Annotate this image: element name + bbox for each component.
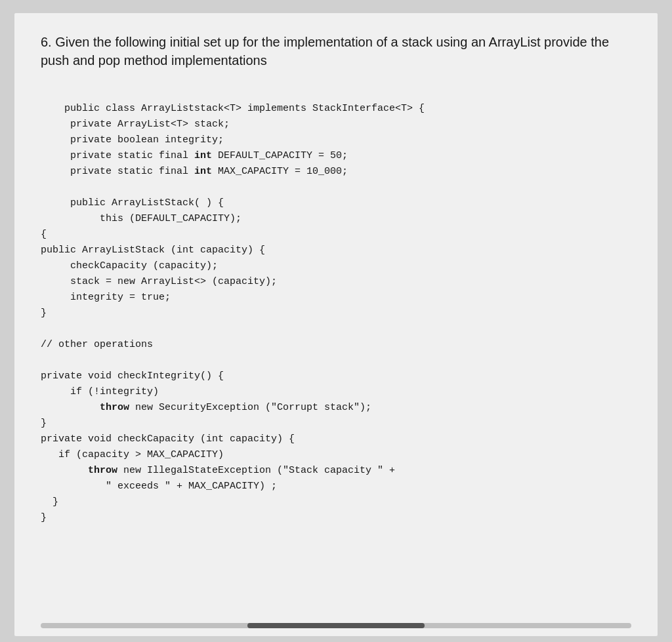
code-line-26: } [41,496,58,508]
code-line-8: this (DEFAULT_CAPACITY); [41,213,242,224]
code-line-7: public ArrayListStack( ) { [41,197,224,209]
code-line-3: private boolean integrity; [41,134,224,146]
code-line-9: { [41,229,47,240]
code-line-22: private void checkCapacity (int capacity… [41,433,295,445]
code-line-21: } [41,418,47,429]
scrollbar-thumb[interactable] [247,623,425,628]
code-line-2: private ArrayList<T> stack; [41,119,230,130]
question-title: 6. Given the following initial set up fo… [41,33,631,70]
code-line-5: private static final int MAX_CAPACITY = … [41,166,348,177]
code-line-20: throw new SecurityException ("Corrupt st… [41,402,371,413]
code-line-23: if (capacity > MAX_CAPACITY) [41,449,224,460]
code-line-19: if (!integrity) [41,386,159,397]
code-line-25: " exceeds " + MAX_CAPACITY) ; [41,481,277,492]
code-line-4: private static final int DEFAULT_CAPACIT… [41,150,348,161]
code-line-14: } [41,308,47,319]
code-line-13: integrity = true; [41,292,171,303]
code-line-11: checkCapacity (capacity); [41,260,218,271]
code-block: public class ArrayListstack<T> implement… [41,85,631,542]
code-line-12: stack = new ArrayList<> (capacity); [41,276,277,287]
code-line-27: } [41,512,47,523]
code-line-24: throw new IllegalStateException ("Stack … [41,465,395,476]
code-line-18: private void checkIntegrity() { [41,371,224,382]
page-container: 6. Given the following initial set up fo… [14,13,658,636]
code-line-16: // other operations [41,339,153,350]
code-line-10: public ArrayListStack (int capacity) { [41,245,265,256]
scrollbar-container[interactable] [41,623,631,628]
code-line-1: public class ArrayListstack<T> implement… [64,103,425,114]
